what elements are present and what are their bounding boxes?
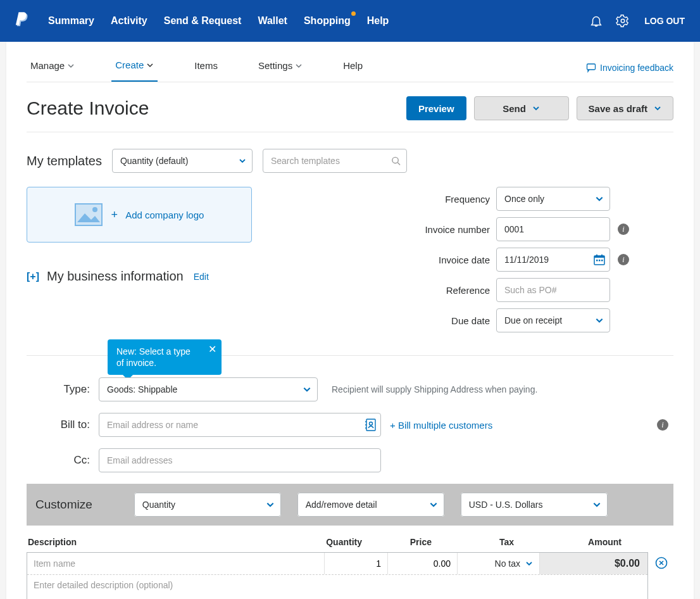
svg-point-2 [392, 157, 398, 163]
subnav-create[interactable]: Create [111, 53, 158, 82]
type-tooltip: New: Select a type of invoice. ✕ [108, 339, 222, 375]
line-item-row: No tax $0.00 [27, 552, 648, 599]
page-header: Create Invoice Preview Send Save as draf… [27, 96, 673, 120]
subnav-help[interactable]: Help [339, 54, 366, 81]
info-icon[interactable]: i [618, 254, 629, 265]
top-nav: Summary Activity Send & Request Wallet S… [0, 0, 700, 42]
svg-rect-7 [596, 255, 597, 257]
calendar-icon[interactable] [594, 254, 605, 265]
chevron-down-icon [146, 61, 154, 69]
cc-label: Cc: [27, 454, 90, 467]
template-select[interactable]: Quantity (default) [112, 149, 253, 173]
bell-icon[interactable] [587, 12, 605, 30]
invoice-type-select[interactable]: Goods: Shippable [99, 377, 318, 401]
nav-shopping[interactable]: Shopping [304, 15, 351, 27]
item-tax-select[interactable]: No tax [458, 553, 540, 574]
edit-business-info[interactable]: Edit [194, 272, 209, 282]
due-date-label: Due date [408, 315, 496, 326]
template-select-value: Quantity (default) [112, 149, 253, 173]
svg-rect-8 [601, 255, 603, 257]
chevron-down-icon [532, 104, 540, 112]
bill-to-label: Bill to: [27, 419, 90, 431]
subnav-manage[interactable]: Manage [27, 54, 78, 81]
due-date-select[interactable]: Due on receipt [496, 308, 610, 332]
item-qty-input[interactable] [325, 553, 388, 574]
invoicing-feedback-link[interactable]: Invoicing feedback [586, 63, 673, 73]
chevron-down-icon [654, 104, 661, 112]
frequency-select[interactable]: Once only [496, 187, 610, 211]
bill-multiple-link[interactable]: + Bill multiple customers [390, 420, 492, 431]
delete-circle-icon [655, 557, 668, 569]
notification-dot-icon [351, 11, 356, 16]
close-icon[interactable]: ✕ [208, 343, 216, 356]
delete-line-item[interactable] [655, 557, 668, 569]
preview-button[interactable]: Preview [406, 96, 466, 120]
nav-help[interactable]: Help [367, 15, 389, 27]
svg-rect-11 [601, 260, 603, 262]
add-company-logo-label: Add company logo [125, 210, 204, 220]
customize-quantity-select[interactable]: Quantity [134, 493, 281, 517]
svg-rect-6 [594, 256, 604, 258]
template-search [263, 149, 407, 173]
subnav-items[interactable]: Items [191, 54, 222, 81]
reference-label: Reference [408, 285, 496, 296]
address-book-icon[interactable] [365, 419, 376, 431]
speech-bubble-icon [586, 63, 596, 73]
info-icon[interactable]: i [618, 224, 629, 235]
chevron-down-icon [525, 560, 533, 567]
nav-wallet[interactable]: Wallet [258, 15, 287, 27]
paypal-logo-icon[interactable] [15, 12, 29, 30]
svg-rect-1 [587, 64, 596, 70]
save-as-draft-button[interactable]: Save as draft [577, 96, 673, 120]
chevron-down-icon [67, 62, 75, 70]
svg-point-13 [370, 422, 373, 426]
customize-detail-select[interactable]: Add/remove detail [297, 493, 444, 517]
col-description: Description [28, 537, 299, 547]
business-info-title: My business information [47, 269, 184, 284]
templates-row: My templates Quantity (default) [27, 149, 673, 173]
nav-send-request[interactable]: Send & Request [164, 15, 242, 27]
my-templates-label: My templates [27, 154, 102, 168]
invoice-date-input[interactable] [496, 248, 610, 272]
item-price-input[interactable] [388, 553, 458, 574]
page-title: Create Invoice [27, 98, 399, 119]
svg-rect-9 [596, 260, 598, 262]
col-amount: Amount [514, 537, 622, 547]
type-hint: Recipient will supply Shipping Address w… [332, 384, 537, 394]
add-company-logo[interactable]: + Add company logo [27, 187, 252, 243]
cc-input[interactable] [99, 448, 381, 472]
bill-to-input[interactable] [99, 413, 381, 437]
item-name-input[interactable] [27, 553, 325, 574]
svg-point-4 [92, 207, 97, 212]
logout-link[interactable]: LOG OUT [644, 16, 685, 26]
item-amount: $0.00 [540, 553, 647, 574]
customize-bar: Customize Quantity Add/remove detail USD… [27, 484, 673, 526]
expand-business-info[interactable]: [+] [27, 271, 39, 282]
customize-currency-select[interactable]: USD - U.S. Dollars [461, 493, 608, 517]
chevron-down-icon [295, 62, 303, 70]
invoice-date-label: Invoice date [408, 255, 496, 265]
col-tax: Tax [432, 537, 514, 547]
main-content: Manage Create Items Settings Help Invoic… [6, 42, 694, 599]
nav-activity[interactable]: Activity [111, 15, 147, 27]
invoice-number-input[interactable] [496, 217, 610, 241]
col-price: Price [362, 537, 432, 547]
svg-point-0 [621, 19, 625, 23]
type-label: Type: [27, 383, 90, 396]
search-icon [391, 156, 401, 166]
sub-nav: Manage Create Items Settings Help Invoic… [27, 42, 673, 82]
line-items-table: Description Quantity Price Tax Amount No… [27, 533, 673, 599]
image-placeholder-icon [75, 203, 103, 226]
customize-label: Customize [35, 498, 92, 512]
send-button[interactable]: Send [474, 96, 569, 120]
gear-icon[interactable] [614, 12, 632, 30]
template-search-input[interactable] [263, 149, 407, 173]
reference-input[interactable] [496, 278, 610, 302]
frequency-label: Frequency [408, 194, 496, 205]
subnav-settings[interactable]: Settings [254, 54, 306, 81]
nav-summary[interactable]: Summary [48, 15, 94, 27]
item-description-input[interactable] [27, 574, 647, 599]
svg-rect-10 [599, 260, 601, 262]
info-icon[interactable]: i [657, 419, 668, 431]
invoice-date-input-wrap [496, 248, 610, 272]
